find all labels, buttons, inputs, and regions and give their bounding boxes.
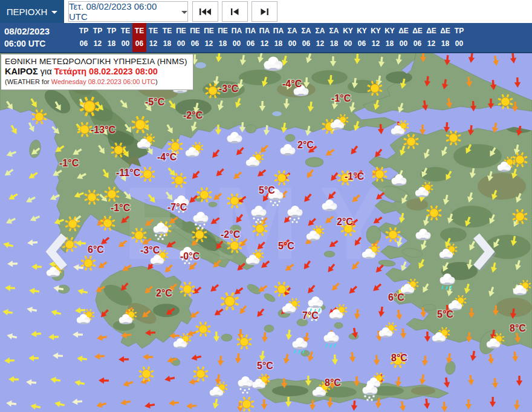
timeline-bar: 08/02/2023 06:00 UTC ΤΡ06ΤΡ12ΤΡ18ΤΕ00ΤΕ0…: [0, 23, 532, 53]
skip-to-first-button[interactable]: [192, 1, 218, 22]
timestep-ΠΑ-06[interactable]: ΠΑ06: [244, 23, 258, 52]
timestep-ΤΡ-06[interactable]: ΤΡ06: [77, 23, 91, 52]
temperature-label: -1°C: [331, 93, 351, 103]
step-back-icon: [230, 8, 239, 16]
map-canvas[interactable]: EMY-3°C-4°C-1°C-5°C-2°C-13°C2°C-1°C-4°C-…: [0, 53, 532, 412]
legend-utc-datetime: Wednesday 08.02.2023 06:00 UTC: [51, 78, 155, 85]
timestep-ΠΑ-00[interactable]: ΠΑ00: [230, 23, 244, 52]
timestep-ΤΡ-18[interactable]: ΤΡ18: [105, 23, 118, 52]
legend-kairos-label: ΚΑΙΡΟΣ: [5, 67, 38, 76]
next-timestep-button[interactable]: [251, 1, 277, 22]
timestep-ΚΥ-06[interactable]: ΚΥ06: [355, 23, 369, 52]
temperature-label: -11°C: [116, 168, 141, 178]
temperature-label: -13°C: [91, 125, 116, 135]
timestep-ΤΕ-06[interactable]: ΤΕ06: [132, 23, 146, 52]
datetime-dropdown-value: Τετ. 08/02/2023 06:00 UTC: [69, 1, 177, 22]
temperature-label: -1°C: [59, 158, 79, 168]
temperature-label: 5°C: [259, 185, 275, 195]
temperature-label: -3°C: [140, 245, 160, 255]
timestep-ΣΑ-00[interactable]: ΣΑ00: [285, 23, 299, 52]
temperature-label: -2°C: [183, 110, 203, 120]
map-legend: ΕΘΝΙΚΗ ΜΕΤΕΩΡΟΛΟΓΙΚΗ ΥΠΗΡΕΣΙΑ (HNMS) ΚΑΙ…: [1, 54, 193, 90]
timestep-ΤΕ-18[interactable]: ΤΕ18: [160, 23, 174, 52]
timestep-ΣΑ-12[interactable]: ΣΑ12: [313, 23, 327, 52]
timestep-nav-buttons: [192, 0, 277, 23]
previous-timestep-button[interactable]: [222, 1, 248, 22]
timestep-ΠΕ-18[interactable]: ΠΕ18: [216, 23, 230, 52]
temperature-label: -1°C: [345, 171, 365, 181]
region-dropdown-button[interactable]: ΠΕΡΙΟΧΗ: [0, 0, 64, 23]
temperature-label: -3°C: [219, 83, 239, 94]
temperature-label: -4°C: [157, 152, 177, 162]
chevron-down-icon: [51, 11, 57, 14]
timeline-current-datetime: 08/02/2023 06:00 UTC: [0, 23, 77, 52]
temperature-label: -0°C: [180, 251, 200, 261]
temperature-label: -2°C: [221, 229, 241, 240]
timestep-ΣΑ-06[interactable]: ΣΑ06: [299, 23, 313, 52]
chevron-down-icon: [181, 11, 187, 14]
temperature-label: -4°C: [282, 79, 302, 89]
temperature-label: 7°C: [302, 310, 319, 321]
temperature-label: 2°C: [337, 217, 353, 227]
top-toolbar: ΠΕΡΙΟΧΗ Τετ. 08/02/2023 06:00 UTC: [0, 0, 532, 23]
timestep-ΤΕ-00[interactable]: ΤΕ00: [118, 23, 132, 52]
timestep-ΠΑ-18[interactable]: ΠΑ18: [271, 23, 285, 52]
temperature-label: 5°C: [437, 309, 453, 319]
timeline-date: 08/02/2023: [4, 25, 77, 38]
timestep-ΚΥ-00[interactable]: ΚΥ00: [341, 23, 355, 52]
legend-weather-for-label: (WEATHER for: [5, 78, 51, 85]
weather-map[interactable]: EMY-3°C-4°C-1°C-5°C-2°C-13°C2°C-1°C-4°C-…: [0, 53, 532, 412]
legend-agency-name: ΕΘΝΙΚΗ ΜΕΤΕΩΡΟΛΟΓΙΚΗ ΥΠΗΡΕΣΙΑ (HNMS): [5, 56, 187, 67]
timestep-columns: ΤΡ06ΤΡ12ΤΡ18ΤΕ00ΤΕ06ΤΕ12ΤΕ18ΠΕ00ΠΕ06ΠΕ12…: [77, 23, 466, 52]
legend-utc-line: (WEATHER for Wednesday 08.02.2023 06:00 …: [5, 77, 187, 87]
timestep-ΤΕ-12[interactable]: ΤΕ12: [146, 23, 160, 52]
temperature-label: 8°C: [510, 323, 526, 333]
timestep-ΠΕ-00[interactable]: ΠΕ00: [174, 23, 188, 52]
timestep-ΠΑ-12[interactable]: ΠΑ12: [258, 23, 271, 52]
timestep-ΔΕ-00[interactable]: ΔΕ00: [397, 23, 410, 52]
timestep-ΔΕ-12[interactable]: ΔΕ12: [424, 23, 438, 52]
timestep-ΚΥ-12[interactable]: ΚΥ12: [369, 23, 383, 52]
temperature-label: 2°C: [297, 140, 314, 150]
timestep-ΠΕ-06[interactable]: ΠΕ06: [188, 23, 202, 52]
temperature-label: 6°C: [388, 292, 404, 302]
legend-forecast-line: ΚΑΙΡΟΣ για Τετάρτη 08.02.2023 08:00: [5, 67, 187, 77]
skip-to-first-icon: [199, 8, 212, 16]
temperature-label: 2°C: [156, 288, 172, 298]
weather-app-window: ΠΕΡΙΟΧΗ Τετ. 08/02/2023 06:00 UTC: [0, 0, 532, 412]
region-dropdown-label: ΠΕΡΙΟΧΗ: [7, 7, 48, 17]
timestep-ΚΥ-18[interactable]: ΚΥ18: [383, 23, 397, 52]
temperature-label: -5°C: [145, 97, 165, 107]
datetime-dropdown[interactable]: Τετ. 08/02/2023 06:00 UTC: [68, 1, 188, 22]
legend-local-datetime: Τετάρτη 08.02.2023 08:00: [54, 67, 158, 76]
timestep-ΔΕ-18[interactable]: ΔΕ18: [438, 23, 452, 52]
timestep-ΤΡ-00[interactable]: ΤΡ00: [452, 23, 466, 52]
temperature-label: 5°C: [278, 241, 294, 251]
timestep-ΔΕ-06[interactable]: ΔΕ06: [410, 23, 424, 52]
timestep-ΣΑ-18[interactable]: ΣΑ18: [327, 23, 341, 52]
temperature-label: -1°C: [111, 203, 131, 213]
timeline-time: 06:00 UTC: [4, 38, 77, 50]
temperature-label: 6°C: [88, 244, 104, 255]
temperature-label: 8°C: [391, 353, 407, 363]
temperature-label: 8°C: [325, 378, 341, 388]
temperature-label: -7°C: [167, 202, 187, 212]
timestep-ΠΕ-12[interactable]: ΠΕ12: [202, 23, 216, 52]
timestep-ΤΡ-12[interactable]: ΤΡ12: [91, 23, 105, 52]
temperature-label: 5°C: [257, 361, 273, 371]
legend-close-paren: ): [155, 78, 158, 85]
legend-for-label: για: [38, 67, 54, 76]
step-forward-icon: [260, 8, 269, 16]
